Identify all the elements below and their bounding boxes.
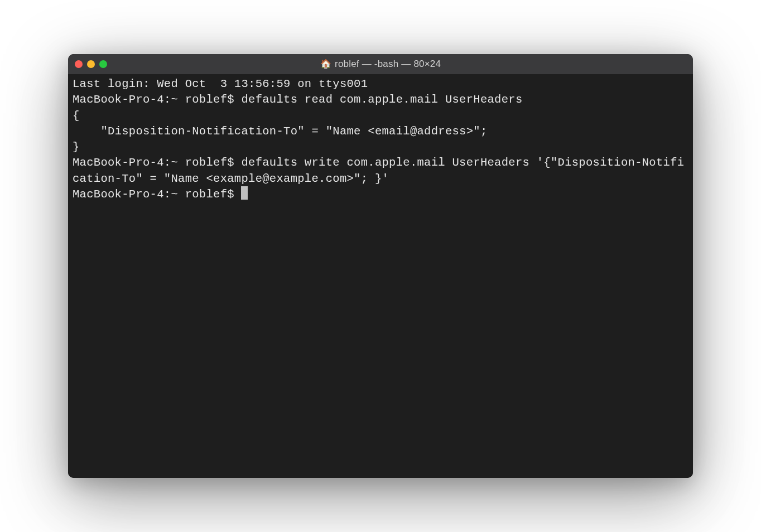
minimize-button[interactable] [87, 60, 95, 68]
home-icon: 🏠 [320, 60, 331, 69]
terminal-window-wrapper: 🏠 roblef — -bash — 80×24 Last login: Wed… [68, 54, 693, 478]
terminal-line: MacBook-Pro-4:~ roblef$ defaults read co… [73, 92, 688, 108]
zoom-button[interactable] [99, 60, 107, 68]
cursor [241, 186, 248, 200]
terminal-prompt-line: MacBook-Pro-4:~ roblef$ [73, 188, 241, 201]
traffic-lights [75, 60, 107, 68]
close-button[interactable] [75, 60, 83, 68]
window-title-text: roblef — -bash — 80×24 [335, 59, 441, 70]
terminal-body[interactable]: Last login: Wed Oct 3 13:56:59 on ttys00… [68, 74, 693, 478]
terminal-window: 🏠 roblef — -bash — 80×24 Last login: Wed… [68, 54, 693, 478]
terminal-line: "Disposition-Notification-To" = "Name <e… [73, 124, 688, 139]
terminal-line: Last login: Wed Oct 3 13:56:59 on ttys00… [73, 76, 688, 92]
title-bar[interactable]: 🏠 roblef — -bash — 80×24 [68, 54, 693, 74]
terminal-line: } [73, 139, 688, 155]
terminal-line: MacBook-Pro-4:~ roblef$ defaults write c… [73, 155, 688, 187]
window-title: 🏠 roblef — -bash — 80×24 [68, 59, 693, 70]
terminal-line: { [73, 108, 688, 124]
